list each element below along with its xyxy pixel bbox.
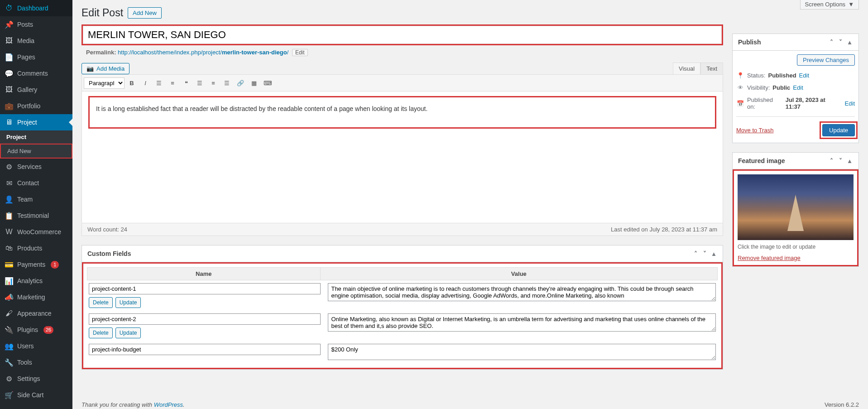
sidebar-item-portfolio[interactable]: 💼Portfolio [0,98,72,114]
toolbar-toggle-button[interactable]: ⌨ [261,77,274,89]
remove-featured-image-link[interactable]: Remove featured image [738,255,801,261]
posts-icon: 📌 [5,20,14,29]
panel-toggle-icon[interactable]: ▴ [846,38,853,46]
sidebar-item-appearance[interactable]: 🖌Appearance [0,305,72,322]
sidebar-item-team[interactable]: 👤Team [0,191,72,207]
panel-down-icon[interactable]: ˅ [701,250,708,257]
panel-down-icon[interactable]: ˅ [837,38,844,46]
tab-text[interactable]: Text [700,63,723,74]
sidebar-item-settings[interactable]: ⚙Settings [0,371,72,387]
sidebar-item-label: Marketing [17,294,45,301]
sidebar-item-services[interactable]: ⚙Services [0,159,72,175]
sidebar-item-side-cart[interactable]: 🛒Side Cart [0,387,72,403]
sidebar-item-posts[interactable]: 📌Posts [0,16,72,33]
products-icon: 🛍 [5,244,14,253]
panel-down-icon[interactable]: ˅ [837,157,844,164]
page-title: Edit Post [82,7,123,19]
sidebar-item-plugins[interactable]: 🔌Plugins26 [0,322,72,338]
add-new-button[interactable]: Add New [128,7,162,19]
align-left-button[interactable]: ☰ [193,77,206,89]
sidebar-item-gallery[interactable]: 🖼Gallery [0,82,72,98]
users-icon: 👥 [5,342,14,351]
blockquote-button[interactable]: ❝ [180,77,192,89]
cf-name-input[interactable] [89,313,321,325]
sidebar-item-label: Analytics [17,277,43,284]
editor-content[interactable]: It is a long established fact that a rea… [88,96,716,129]
panel-up-icon[interactable]: ˄ [828,157,835,164]
wordpress-link[interactable]: WordPress [154,401,183,408]
panel-up-icon[interactable]: ˄ [692,250,699,257]
sidebar-item-label: WooCommerce [17,228,61,236]
panel-toggle-icon[interactable]: ▴ [846,157,853,164]
dashboard-icon: ⏱ [5,4,14,13]
sidebar-sub-project[interactable]: Project [0,130,72,144]
cf-update-button[interactable]: Update [115,327,141,338]
panel-toggle-icon[interactable]: ▴ [710,250,717,257]
sidebar-item-users[interactable]: 👥Users [0,338,72,354]
link-button[interactable]: 🔗 [234,77,247,89]
sidebar-item-woocommerce[interactable]: WWooCommerce [0,224,72,240]
edit-date-link[interactable]: Edit [845,100,855,107]
sidebar-item-label: Dashboard [17,5,48,12]
italic-button[interactable]: I [139,77,152,89]
update-button[interactable]: Update [822,124,855,136]
bold-button[interactable]: B [125,77,138,89]
tab-visual[interactable]: Visual [673,63,700,74]
sidebar-item-label: Posts [17,21,33,28]
sidebar-item-project[interactable]: 🖥Project [0,114,72,130]
cf-delete-button[interactable]: Delete [89,297,113,308]
team-icon: 👤 [5,195,14,204]
project-icon: 🖥 [5,118,14,127]
sidebar-item-pages[interactable]: 📄Pages [0,49,72,65]
preview-changes-button[interactable]: Preview Changes [797,54,855,66]
number-list-button[interactable]: ≡ [166,77,179,89]
calendar-icon: 📅 [736,100,744,107]
sidebar-item-marketing[interactable]: 📣Marketing [0,289,72,305]
sidebar-item-products[interactable]: 🛍Products [0,240,72,256]
sidebar-item-analytics[interactable]: 📊Analytics [0,273,72,289]
bullet-list-button[interactable]: ☰ [153,77,165,89]
publish-metabox: Publish ˄ ˅ ▴ Preview Changes 📍 [732,34,859,143]
cf-name-input[interactable] [89,344,321,355]
sidebar-item-media[interactable]: 🖼Media [0,33,72,49]
featured-image-thumb[interactable] [738,174,854,240]
featured-image-help: Click the image to edit or update [738,244,854,250]
cf-name-input[interactable] [89,283,321,294]
admin-sidebar: ⏱Dashboard📌Posts🖼Media📄Pages💬Comments🖼Ga… [0,0,72,409]
edit-permalink-button[interactable]: Edit [292,49,308,56]
edit-visibility-link[interactable]: Edit [793,84,803,91]
sidebar-item-label: Project [17,119,37,126]
testimonial-icon: 📋 [5,211,14,220]
permalink-link[interactable]: http://localhost/theme/index.php/project… [118,49,290,56]
sidebar-item-label: Pages [17,53,35,61]
sidebar-item-dashboard[interactable]: ⏱Dashboard [0,0,72,16]
sidebar-item-payments[interactable]: 💳Payments1 [0,256,72,273]
sidebar-item-testimonial[interactable]: 📋Testimonial [0,207,72,224]
cf-delete-button[interactable]: Delete [89,327,113,338]
add-media-button[interactable]: 📷 Add Media [82,63,129,74]
chevron-down-icon: ▼ [848,1,854,8]
move-to-trash-link[interactable]: Move to Trash [736,127,773,134]
sidebar-item-label: Comments [17,70,48,77]
sidebar-item-comments[interactable]: 💬Comments [0,65,72,82]
cf-value-textarea[interactable] [328,344,716,360]
sidebar-item-contact[interactable]: ✉Contact [0,175,72,191]
format-select[interactable]: Paragraph [84,77,125,89]
post-title-input[interactable] [83,26,722,44]
sidebar-item-label: Side Cart [17,391,43,399]
cf-value-textarea[interactable] [328,313,716,332]
screen-options-button[interactable]: Screen Options ▼ [800,0,859,10]
align-center-button[interactable]: ≡ [207,77,220,89]
sidebar-item-label: Gallery [17,86,37,93]
sidebar-item-label: Plugins [17,326,38,333]
footer-version: Version 6.2.2 [825,401,859,408]
readmore-button[interactable]: ▦ [248,77,260,89]
sidebar-item-tools[interactable]: 🔧Tools [0,354,72,371]
cf-update-button[interactable]: Update [115,297,141,308]
edit-status-link[interactable]: Edit [799,72,809,79]
panel-up-icon[interactable]: ˄ [828,38,835,46]
cf-value-textarea[interactable] [328,283,716,301]
analytics-icon: 📊 [5,276,14,285]
sidebar-sub-add-new[interactable]: Add New [0,144,72,159]
align-right-button[interactable]: ☰ [221,77,233,89]
